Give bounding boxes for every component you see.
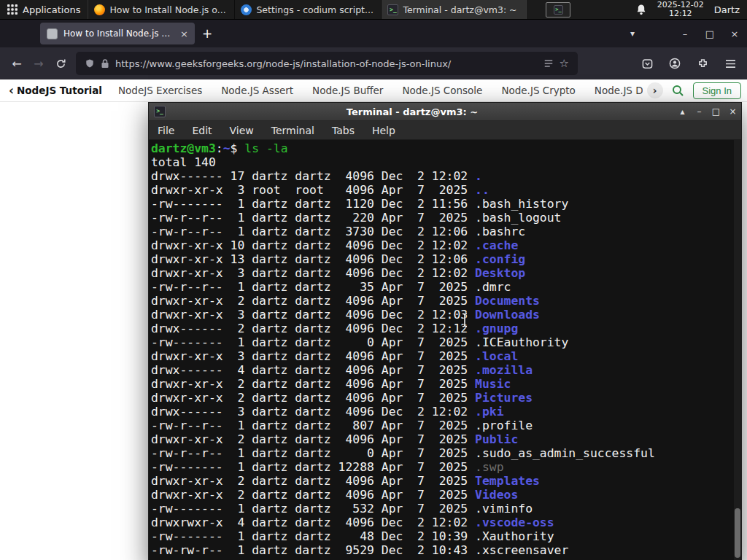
- terminal-window-controls: ▴ – □ ×: [674, 106, 741, 117]
- subnav-scroll-left-icon[interactable]: ‹: [6, 83, 17, 98]
- back-icon[interactable]: ←: [6, 52, 28, 74]
- subnav-right: › Sign In: [647, 82, 741, 99]
- terminal-menu-help[interactable]: Help: [363, 125, 404, 136]
- terminal-listing-row: drwxr-xr-x 3 dartz dartz 4096 Dec 2 12:0…: [151, 308, 741, 322]
- panel-user-menu[interactable]: Dartz: [714, 4, 741, 15]
- terminal-listing-row: -rw-r--r-- 1 dartz dartz 0 Apr 7 2025 .s…: [151, 446, 741, 460]
- terminal-listing-row: drwxr-xr-x 10 dartz dartz 4096 Dec 2 12:…: [151, 238, 741, 252]
- list-all-tabs-icon[interactable]: ▾: [620, 28, 645, 39]
- terminal-mini-icon: >_: [554, 5, 563, 15]
- site-search-icon[interactable]: [672, 85, 684, 97]
- task-button-settings[interactable]: Settings - codium script...: [235, 0, 382, 19]
- terminal-listing-row: -rw-r--r-- 1 dartz dartz 3730 Dec 2 12:0…: [151, 225, 741, 238]
- bookmark-star-icon[interactable]: ☆: [560, 57, 569, 70]
- terminal-menu-tabs[interactable]: Tabs: [323, 125, 363, 136]
- terminal-menubar: FileEditViewTerminalTabsHelp: [149, 121, 741, 140]
- padlock-icon[interactable]: [101, 58, 109, 69]
- task-button-terminal[interactable]: >_Terminal - dartz@vm3: ~: [382, 0, 528, 19]
- subnav-link[interactable]: Node.JS Assert: [221, 85, 293, 96]
- subnav-links: NodeJS ExercisesNode.JS AssertNode.JS Bu…: [118, 85, 643, 96]
- panel-status-area: 2025-12-02 12:12 Dartz: [635, 0, 747, 19]
- terminal-shade-button[interactable]: ▴: [674, 106, 691, 117]
- terminal-window-icon: >_: [154, 106, 166, 117]
- terminal-menu-edit[interactable]: Edit: [183, 125, 220, 136]
- terminal-listing-row: -rw-r--r-- 1 dartz dartz 220 Apr 7 2025 …: [151, 211, 741, 225]
- panel-clock[interactable]: 2025-12-02 12:12: [657, 1, 704, 18]
- subnav-link[interactable]: Node.JS DNS: [595, 85, 643, 96]
- terminal-listing-row: drwxr-xr-x 2 dartz dartz 4096 Apr 7 2025…: [151, 377, 741, 391]
- browser-close-button[interactable]: ×: [722, 28, 747, 39]
- terminal-listing-row: -rw------- 1 dartz dartz 532 Apr 7 2025 …: [151, 502, 741, 516]
- toolbar-right-icons: [636, 52, 741, 74]
- forward-icon[interactable]: →: [28, 52, 50, 74]
- terminal-listing-row: drwxrwxr-x 4 dartz dartz 4096 Dec 2 12:0…: [151, 516, 741, 529]
- subnav-link[interactable]: NodeJS Exercises: [118, 85, 202, 96]
- reload-icon[interactable]: [50, 52, 71, 74]
- task-label: Terminal - dartz@vm3: ~: [403, 4, 516, 15]
- subnav-active-item[interactable]: NodeJS Tutorial: [17, 85, 102, 96]
- terminal-titlebar[interactable]: >_ Terminal - dartz@vm3: ~ ▴ – □ ×: [149, 103, 741, 121]
- sign-in-button[interactable]: Sign In: [693, 82, 741, 99]
- extensions-puzzle-icon[interactable]: [692, 52, 713, 74]
- terminal-listing-row: drwxr-xr-x 3 root root 4096 Apr 7 2025 .…: [151, 183, 741, 197]
- subnav-link[interactable]: Node.JS Console: [402, 85, 482, 96]
- task-button-firefox[interactable]: How to Install Node.js o...: [88, 0, 235, 19]
- reader-view-icon[interactable]: [543, 58, 554, 69]
- settings-icon: [241, 4, 252, 15]
- terminal-listing-row: -rw-r--r-- 1 dartz dartz 35 Apr 7 2025 .…: [151, 280, 741, 294]
- terminal-minimize-button[interactable]: –: [691, 106, 708, 117]
- terminal-listing-row: drwxr-xr-x 3 dartz dartz 4096 Apr 7 2025…: [151, 349, 741, 363]
- terminal-close-button[interactable]: ×: [724, 106, 741, 117]
- terminal-listing-row: drwxr-xr-x 2 dartz dartz 4096 Apr 7 2025…: [151, 294, 741, 308]
- terminal-listing-row: -rw------- 1 dartz dartz 1120 Dec 2 11:5…: [151, 197, 741, 211]
- applications-grid-icon: [7, 4, 18, 15]
- address-bar[interactable]: https://www.geeksforgeeks.org/node-js/in…: [76, 52, 578, 75]
- terminal-listing-row: drwxr-xr-x 3 dartz dartz 4096 Dec 2 12:0…: [151, 266, 741, 280]
- terminal-listing-row: drwx------ 17 dartz dartz 4096 Dec 2 12:…: [151, 169, 741, 183]
- new-tab-button[interactable]: +: [202, 28, 212, 40]
- task-label: How to Install Node.js o...: [109, 4, 225, 15]
- desktop: Applications How to Install Node.js o...…: [0, 0, 747, 560]
- firefox-icon: [94, 4, 105, 15]
- subnav-link[interactable]: Node.JS Crypto: [501, 85, 575, 96]
- menu-hamburger-icon[interactable]: [719, 52, 741, 74]
- terminal-prompt-line: dartz@vm3:~$ ls -la: [151, 141, 741, 155]
- terminal-maximize-button[interactable]: □: [708, 106, 724, 117]
- tracking-shield-icon[interactable]: [85, 58, 95, 69]
- notification-bell-icon[interactable]: [635, 4, 647, 16]
- terminal-listing-row: drwxr-xr-x 2 dartz dartz 4096 Apr 7 2025…: [151, 488, 741, 502]
- browser-minimize-button[interactable]: –: [673, 28, 697, 39]
- task-label: Settings - codium script...: [256, 4, 373, 15]
- terminal-output-area[interactable]: dartz@vm3:~$ ls -latotal 140drwx------ 1…: [149, 140, 741, 560]
- window-controls: ▾ – □ ×: [620, 20, 747, 47]
- url-text: https://www.geeksforgeeks.org/node-js/in…: [115, 58, 538, 69]
- browser-tab[interactable]: How to Install Node.js on... ×: [40, 23, 195, 44]
- browser-tab-strip: How to Install Node.js on... × + ▾ – □ ×: [0, 20, 747, 47]
- terminal-window: >_ Terminal - dartz@vm3: ~ ▴ – □ × FileE…: [148, 102, 742, 560]
- pocket-icon[interactable]: [636, 52, 658, 74]
- terminal-scrollbar[interactable]: [734, 140, 741, 560]
- applications-menu-button[interactable]: Applications: [0, 0, 88, 19]
- workspace-indicator[interactable]: >_: [546, 2, 570, 18]
- terminal-listing-row: drwx------ 2 dartz dartz 4096 Dec 2 12:1…: [151, 322, 741, 335]
- tab-title: How to Install Node.js on...: [63, 28, 174, 39]
- subnav-link[interactable]: Node.JS Buffer: [312, 85, 383, 96]
- terminal-menu-terminal[interactable]: Terminal: [263, 125, 323, 136]
- applications-menu-label: Applications: [23, 4, 80, 15]
- tab-close-icon[interactable]: ×: [180, 28, 188, 39]
- terminal-listing-row: -rw------- 1 dartz dartz 0 Apr 7 2025 .I…: [151, 335, 741, 349]
- top-panel: Applications How to Install Node.js o...…: [0, 0, 747, 20]
- terminal-menu-view[interactable]: View: [221, 125, 263, 136]
- geeksforgeeks-subnav: ‹ NodeJS Tutorial NodeJS ExercisesNode.J…: [0, 79, 747, 102]
- terminal-listing-row: -rw------- 1 dartz dartz 48 Dec 2 10:39 …: [151, 529, 741, 543]
- account-icon[interactable]: [664, 52, 686, 74]
- terminal-listing-row: -rw-rw-r-- 1 dartz dartz 9529 Dec 2 10:4…: [151, 543, 741, 557]
- subnav-scroll-right-icon[interactable]: ›: [647, 82, 663, 98]
- browser-maximize-button[interactable]: □: [697, 28, 722, 39]
- terminal-lines: dartz@vm3:~$ ls -latotal 140drwx------ 1…: [151, 141, 741, 557]
- window-task-list: How to Install Node.js o...Settings - co…: [88, 0, 528, 19]
- terminal-menu-file[interactable]: File: [149, 125, 183, 136]
- panel-clock-time: 12:12: [657, 9, 704, 18]
- terminal-scrollbar-thumb[interactable]: [735, 508, 740, 558]
- tab-favicon: [47, 28, 58, 39]
